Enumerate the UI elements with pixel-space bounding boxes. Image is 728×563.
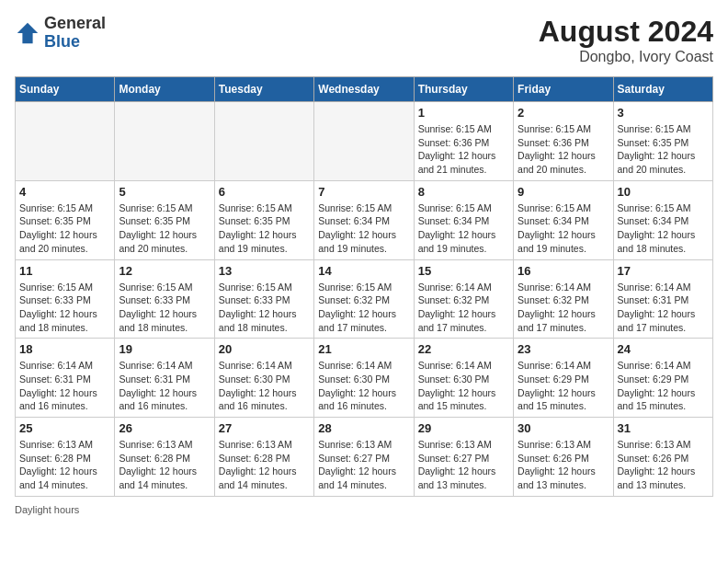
- day-number: 17: [618, 264, 709, 278]
- day-number: 3: [618, 106, 709, 120]
- day-detail: Sunrise: 6:13 AM Sunset: 6:26 PM Dayligh…: [618, 438, 709, 492]
- day-number: 24: [618, 342, 709, 356]
- day-detail: Sunrise: 6:15 AM Sunset: 6:36 PM Dayligh…: [418, 122, 509, 177]
- day-number: 25: [19, 421, 110, 435]
- day-detail: Sunrise: 6:15 AM Sunset: 6:34 PM Dayligh…: [618, 201, 709, 256]
- day-detail: Sunrise: 6:15 AM Sunset: 6:35 PM Dayligh…: [119, 201, 210, 256]
- page-subtitle: Dongbo, Ivory Coast: [539, 49, 713, 65]
- calendar-day-cell: 4Sunrise: 6:15 AM Sunset: 6:35 PM Daylig…: [16, 180, 115, 259]
- day-detail: Sunrise: 6:15 AM Sunset: 6:33 PM Dayligh…: [119, 281, 210, 335]
- day-detail: Sunrise: 6:14 AM Sunset: 6:29 PM Dayligh…: [618, 359, 709, 413]
- day-number: 30: [518, 421, 609, 435]
- day-detail: Sunrise: 6:14 AM Sunset: 6:31 PM Dayligh…: [618, 281, 709, 335]
- day-detail: Sunrise: 6:14 AM Sunset: 6:31 PM Dayligh…: [19, 359, 110, 413]
- day-number: 10: [618, 185, 709, 199]
- calendar-day-cell: 8Sunrise: 6:15 AM Sunset: 6:34 PM Daylig…: [414, 180, 513, 259]
- calendar-day-cell: 10Sunrise: 6:15 AM Sunset: 6:34 PM Dayli…: [613, 180, 712, 259]
- day-number: 28: [318, 421, 409, 435]
- calendar-day-header: Monday: [115, 77, 214, 102]
- day-detail: Sunrise: 6:15 AM Sunset: 6:34 PM Dayligh…: [518, 201, 609, 256]
- calendar-day-cell: [314, 102, 414, 181]
- day-detail: Sunrise: 6:13 AM Sunset: 6:27 PM Dayligh…: [318, 438, 409, 492]
- day-number: 21: [318, 342, 409, 356]
- calendar-day-cell: 15Sunrise: 6:14 AM Sunset: 6:32 PM Dayli…: [414, 259, 513, 339]
- day-detail: Sunrise: 6:13 AM Sunset: 6:27 PM Dayligh…: [418, 438, 509, 492]
- calendar-day-cell: [115, 102, 214, 181]
- calendar-day-cell: 14Sunrise: 6:15 AM Sunset: 6:32 PM Dayli…: [314, 259, 414, 339]
- calendar-day-cell: 5Sunrise: 6:15 AM Sunset: 6:35 PM Daylig…: [115, 180, 214, 259]
- calendar-day-cell: 3Sunrise: 6:15 AM Sunset: 6:35 PM Daylig…: [613, 102, 712, 181]
- day-number: 14: [318, 264, 409, 278]
- day-detail: Sunrise: 6:14 AM Sunset: 6:31 PM Dayligh…: [119, 359, 210, 413]
- logo-text: General Blue: [44, 15, 106, 52]
- calendar-day-cell: 18Sunrise: 6:14 AM Sunset: 6:31 PM Dayli…: [16, 339, 115, 418]
- day-number: 26: [119, 421, 210, 435]
- day-detail: Sunrise: 6:15 AM Sunset: 6:33 PM Dayligh…: [219, 281, 310, 335]
- calendar-day-cell: 1Sunrise: 6:15 AM Sunset: 6:36 PM Daylig…: [414, 102, 513, 181]
- calendar-day-cell: 19Sunrise: 6:14 AM Sunset: 6:31 PM Dayli…: [115, 339, 214, 418]
- calendar-week-row: 11Sunrise: 6:15 AM Sunset: 6:33 PM Dayli…: [16, 259, 713, 339]
- svg-marker-0: [17, 23, 38, 43]
- calendar-body: 1Sunrise: 6:15 AM Sunset: 6:36 PM Daylig…: [16, 102, 713, 497]
- title-area: August 2024 Dongbo, Ivory Coast: [539, 15, 713, 65]
- day-number: 9: [518, 185, 609, 199]
- calendar-week-row: 25Sunrise: 6:13 AM Sunset: 6:28 PM Dayli…: [16, 418, 713, 497]
- calendar-day-cell: 6Sunrise: 6:15 AM Sunset: 6:35 PM Daylig…: [214, 180, 313, 259]
- calendar-day-cell: 29Sunrise: 6:13 AM Sunset: 6:27 PM Dayli…: [414, 418, 513, 497]
- calendar-day-cell: 23Sunrise: 6:14 AM Sunset: 6:29 PM Dayli…: [514, 339, 613, 418]
- day-number: 12: [119, 264, 210, 278]
- day-number: 18: [19, 342, 110, 356]
- calendar-day-cell: 30Sunrise: 6:13 AM Sunset: 6:26 PM Dayli…: [514, 418, 613, 497]
- calendar-day-cell: 27Sunrise: 6:13 AM Sunset: 6:28 PM Dayli…: [214, 418, 313, 497]
- calendar-day-cell: 16Sunrise: 6:14 AM Sunset: 6:32 PM Dayli…: [514, 259, 613, 339]
- day-number: 31: [618, 421, 709, 435]
- calendar-day-header: Tuesday: [214, 77, 313, 102]
- day-detail: Sunrise: 6:13 AM Sunset: 6:26 PM Dayligh…: [518, 438, 609, 492]
- day-detail: Sunrise: 6:15 AM Sunset: 6:34 PM Dayligh…: [418, 201, 509, 256]
- calendar-day-header: Saturday: [613, 77, 712, 102]
- day-number: 7: [318, 185, 409, 199]
- calendar-day-cell: [214, 102, 313, 181]
- calendar-day-cell: 9Sunrise: 6:15 AM Sunset: 6:34 PM Daylig…: [514, 180, 613, 259]
- logo-icon: [15, 20, 40, 46]
- day-number: 22: [418, 342, 509, 356]
- day-detail: Sunrise: 6:15 AM Sunset: 6:34 PM Dayligh…: [318, 201, 409, 256]
- calendar-day-cell: 28Sunrise: 6:13 AM Sunset: 6:27 PM Dayli…: [314, 418, 414, 497]
- calendar-day-cell: 7Sunrise: 6:15 AM Sunset: 6:34 PM Daylig…: [314, 180, 414, 259]
- day-number: 20: [219, 342, 310, 356]
- day-detail: Sunrise: 6:15 AM Sunset: 6:35 PM Dayligh…: [219, 201, 310, 256]
- calendar-day-header: Thursday: [414, 77, 513, 102]
- day-detail: Sunrise: 6:13 AM Sunset: 6:28 PM Dayligh…: [19, 438, 110, 492]
- day-number: 8: [418, 185, 509, 199]
- calendar-day-cell: 12Sunrise: 6:15 AM Sunset: 6:33 PM Dayli…: [115, 259, 214, 339]
- day-number: 2: [518, 106, 609, 120]
- calendar-day-header: Sunday: [16, 77, 115, 102]
- day-number: 19: [119, 342, 210, 356]
- day-detail: Sunrise: 6:14 AM Sunset: 6:32 PM Dayligh…: [518, 281, 609, 335]
- calendar-week-row: 4Sunrise: 6:15 AM Sunset: 6:35 PM Daylig…: [16, 180, 713, 259]
- calendar-week-row: 18Sunrise: 6:14 AM Sunset: 6:31 PM Dayli…: [16, 339, 713, 418]
- calendar-day-header: Wednesday: [314, 77, 414, 102]
- day-detail: Sunrise: 6:15 AM Sunset: 6:33 PM Dayligh…: [19, 281, 110, 335]
- day-number: 6: [219, 185, 310, 199]
- day-number: 27: [219, 421, 310, 435]
- calendar-day-cell: 31Sunrise: 6:13 AM Sunset: 6:26 PM Dayli…: [613, 418, 712, 497]
- calendar-day-cell: 20Sunrise: 6:14 AM Sunset: 6:30 PM Dayli…: [214, 339, 313, 418]
- day-detail: Sunrise: 6:15 AM Sunset: 6:35 PM Dayligh…: [19, 201, 110, 256]
- day-number: 1: [418, 106, 509, 120]
- calendar-day-cell: 25Sunrise: 6:13 AM Sunset: 6:28 PM Dayli…: [16, 418, 115, 497]
- calendar-week-row: 1Sunrise: 6:15 AM Sunset: 6:36 PM Daylig…: [16, 102, 713, 181]
- day-number: 4: [19, 185, 110, 199]
- day-detail: Sunrise: 6:15 AM Sunset: 6:36 PM Dayligh…: [518, 122, 609, 177]
- day-number: 23: [518, 342, 609, 356]
- calendar-header-row: SundayMondayTuesdayWednesdayThursdayFrid…: [16, 77, 713, 102]
- day-number: 11: [19, 264, 110, 278]
- calendar-day-cell: 13Sunrise: 6:15 AM Sunset: 6:33 PM Dayli…: [214, 259, 313, 339]
- calendar-day-cell: 2Sunrise: 6:15 AM Sunset: 6:36 PM Daylig…: [514, 102, 613, 181]
- day-detail: Sunrise: 6:14 AM Sunset: 6:30 PM Dayligh…: [318, 359, 409, 413]
- day-detail: Sunrise: 6:14 AM Sunset: 6:29 PM Dayligh…: [518, 359, 609, 413]
- logo: General Blue: [15, 15, 106, 52]
- day-number: 15: [418, 264, 509, 278]
- calendar-table: SundayMondayTuesdayWednesdayThursdayFrid…: [15, 76, 713, 497]
- calendar-day-cell: 22Sunrise: 6:14 AM Sunset: 6:30 PM Dayli…: [414, 339, 513, 418]
